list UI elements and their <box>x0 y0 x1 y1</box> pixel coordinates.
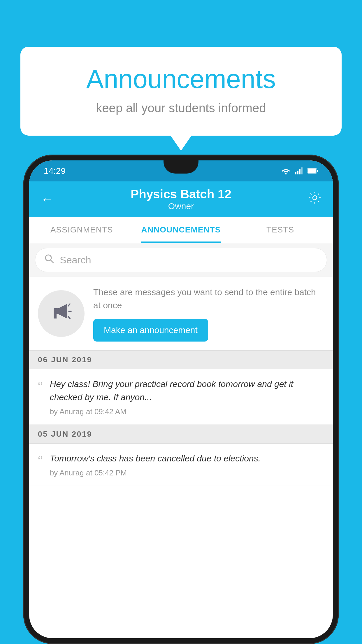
announcement-body-2: Tomorrow's class has been cancelled due … <box>50 452 324 477</box>
wifi-icon <box>281 167 291 174</box>
announcement-item-1[interactable]: “ Hey class! Bring your practical record… <box>29 369 333 425</box>
speech-bubble-container: Announcements keep all your students inf… <box>20 47 342 136</box>
announcement-meta-1: by Anurag at 09:42 AM <box>50 407 324 416</box>
svg-rect-11 <box>54 308 58 314</box>
phone-container: 14:29 <box>23 155 339 644</box>
speech-bubble: Announcements keep all your students inf… <box>20 47 342 136</box>
svg-rect-3 <box>299 169 301 174</box>
date-header-1: 06 JUN 2019 <box>29 350 333 369</box>
quote-icon-1: “ <box>38 379 43 396</box>
svg-line-12 <box>68 304 70 306</box>
time-display: 14:29 <box>44 166 66 176</box>
phone-screen: 14:29 <box>29 160 333 638</box>
announcement-item-2[interactable]: “ Tomorrow's class has been cancelled du… <box>29 444 333 486</box>
status-icons <box>281 167 318 174</box>
svg-rect-7 <box>308 169 316 173</box>
svg-rect-4 <box>301 167 303 174</box>
notch <box>164 160 198 174</box>
announcement-promo: These are messages you want to send to t… <box>29 277 333 350</box>
header-subtitle: Owner <box>131 201 231 211</box>
tab-announcements[interactable]: ANNOUNCEMENTS <box>131 217 231 243</box>
header-center: Physics Batch 12 Owner <box>131 187 231 211</box>
settings-button[interactable] <box>308 191 321 207</box>
megaphone-icon <box>50 300 73 328</box>
signal-icon <box>295 167 303 174</box>
phone-frame: 14:29 <box>23 155 339 644</box>
svg-line-10 <box>51 260 54 263</box>
announcement-text-area: These are messages you want to send to t… <box>93 286 324 342</box>
search-bar[interactable]: Search <box>35 248 327 272</box>
tab-tests[interactable]: TESTS <box>231 217 330 243</box>
make-announcement-button[interactable]: Make an announcement <box>93 319 208 342</box>
header-title: Physics Batch 12 <box>131 187 231 201</box>
svg-rect-6 <box>317 170 318 172</box>
speech-bubble-title: Announcements <box>44 64 318 94</box>
svg-point-9 <box>45 255 51 261</box>
svg-line-14 <box>68 316 70 318</box>
announcement-meta-2: by Anurag at 05:42 PM <box>50 468 324 477</box>
announcement-description: These are messages you want to send to t… <box>93 286 324 312</box>
announcement-body-1: Hey class! Bring your practical record b… <box>50 377 324 416</box>
content-area: Search <box>29 243 333 486</box>
svg-point-0 <box>285 173 287 175</box>
tab-assignments[interactable]: ASSIGNMENTS <box>32 217 131 243</box>
search-placeholder: Search <box>60 254 91 266</box>
announcement-message-2: Tomorrow's class has been cancelled due … <box>50 452 324 465</box>
svg-rect-1 <box>295 172 296 174</box>
battery-icon <box>307 168 318 174</box>
announcement-icon-circle <box>38 290 85 337</box>
speech-bubble-subtitle: keep all your students informed <box>44 101 318 115</box>
app-header: ← Physics Batch 12 Owner <box>29 181 333 217</box>
search-icon <box>44 253 55 267</box>
quote-icon-2: “ <box>38 453 43 470</box>
tabs-container: ASSIGNMENTS ANNOUNCEMENTS TESTS <box>29 217 333 243</box>
svg-rect-2 <box>297 171 298 174</box>
back-button[interactable]: ← <box>41 192 54 206</box>
svg-point-8 <box>313 196 317 200</box>
announcement-message-1: Hey class! Bring your practical record b… <box>50 377 324 404</box>
status-bar: 14:29 <box>29 160 333 181</box>
date-header-2: 05 JUN 2019 <box>29 425 333 444</box>
